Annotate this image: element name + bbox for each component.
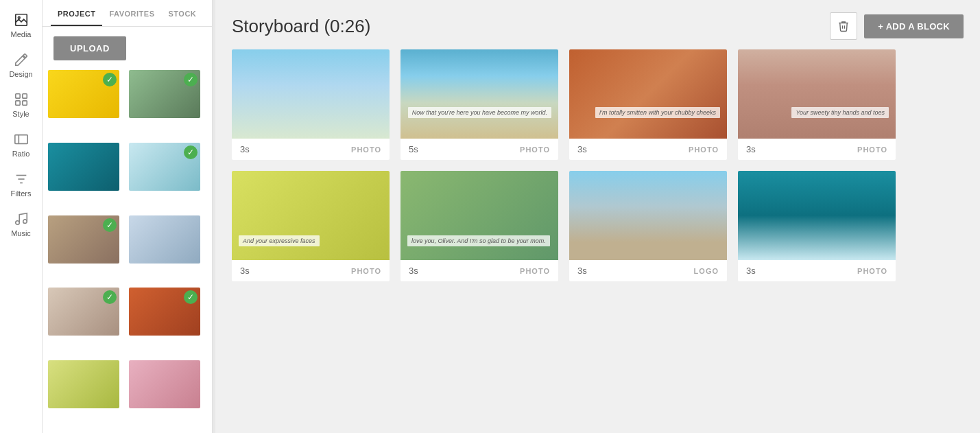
story-type-1: PHOTO [351,145,381,154]
story-overlay-6: love you, Oliver. And I'm so glad to be … [407,235,550,246]
story-block-8[interactable]: 3s PHOTO [738,171,896,281]
list-item[interactable]: ✓ [129,70,200,118]
story-info-7: 3s LOGO [569,260,727,281]
upload-area: UPLOAD [43,27,212,67]
story-duration-6: 3s [409,266,418,276]
list-item[interactable] [129,215,200,264]
left-panel-tabs: PROJECT FAVORITES STOCK [43,0,212,27]
left-panel: PROJECT FAVORITES STOCK UPLOAD ✓ ✓ ✓ ✓ ✓… [43,0,213,433]
story-overlay-3: I'm totally smitten with your chubby che… [595,107,720,118]
story-duration-8: 3s [746,266,756,276]
story-image-6: love you, Oliver. And I'm so glad to be … [401,171,558,260]
list-item[interactable]: ✓ [48,70,119,118]
story-info-2: 5s PHOTO [401,139,558,160]
page-title: Storyboard (0:26) [232,16,370,37]
style-label: Style [12,110,29,118]
sidebar-item-media[interactable]: Media [0,5,42,45]
story-block-1[interactable]: 3s PHOTO [232,49,390,160]
svg-rect-4 [15,101,19,105]
selected-check: ✓ [103,290,117,304]
list-item[interactable]: ✓ [48,288,119,336]
story-block-6[interactable]: love you, Oliver. And I'm so glad to be … [401,171,558,281]
story-type-4: PHOTO [857,145,887,154]
media-grid: ✓ ✓ ✓ ✓ ✓ ✓ [43,67,212,433]
svg-rect-5 [22,101,26,105]
story-image-1 [232,49,390,139]
image-icon [14,12,29,27]
sidebar-item-ratio[interactable]: Ratio [0,125,42,165]
sidebar-item-music[interactable]: Music [0,204,42,244]
design-icon [14,52,29,67]
sidebar-item-design[interactable]: Design [0,45,42,85]
add-block-button[interactable]: + ADD A BLOCK [864,14,964,38]
story-duration-3: 3s [577,144,587,154]
story-block-3[interactable]: I'm totally smitten with your chubby che… [569,49,727,160]
story-image-4: Your sweety tiny hands and toes [738,49,896,139]
story-block-2[interactable]: Now that you're here you have become my … [401,49,558,160]
storyboard-row: 3s PHOTO Now that you're here you have b… [232,49,964,160]
selected-check: ✓ [103,218,117,232]
story-info-3: 3s PHOTO [569,139,727,160]
upload-button[interactable]: UPLOAD [53,36,126,60]
story-overlay-5: And your expressive faces [239,235,320,246]
list-item[interactable] [48,143,119,191]
svg-rect-3 [22,94,26,98]
story-type-8: PHOTO [857,267,887,275]
story-type-2: PHOTO [520,145,550,154]
design-label: Design [9,70,32,78]
svg-point-12 [23,220,27,224]
svg-point-1 [18,16,20,19]
story-duration-2: 5s [409,144,418,154]
filters-icon [14,172,29,187]
media-label: Media [11,30,32,38]
svg-rect-6 [14,135,27,144]
delete-button[interactable] [830,12,857,40]
main-content: Storyboard (0:26) + ADD A BLOCK 3s PHOTO [215,0,980,433]
svg-rect-2 [15,94,19,98]
story-image-3: I'm totally smitten with your chubby che… [569,49,727,139]
story-duration-7: 3s [577,266,587,276]
trash-icon [837,20,850,32]
story-image-2: Now that you're here you have become my … [401,49,558,139]
story-duration-1: 3s [240,144,250,154]
story-duration-5: 3s [240,266,250,276]
list-item[interactable] [129,360,200,408]
music-label: Music [11,229,31,237]
story-type-6: PHOTO [520,267,550,275]
list-item[interactable]: ✓ [129,143,200,191]
sidebar-item-filters[interactable]: Filters [0,165,42,204]
selected-check: ✓ [184,145,198,159]
tab-favorites[interactable]: FAVORITES [102,0,161,26]
svg-point-11 [15,221,19,225]
music-icon [14,211,29,226]
story-info-4: 3s PHOTO [738,139,896,160]
sidebar-item-style[interactable]: Style [0,85,42,125]
story-block-7[interactable]: 3s LOGO [569,171,727,281]
list-item[interactable] [48,360,119,408]
story-info-8: 3s PHOTO [738,260,896,281]
story-info-1: 3s PHOTO [232,139,390,160]
selected-check: ✓ [184,73,198,86]
storyboard: 3s PHOTO Now that you're here you have b… [215,49,980,433]
header-actions: + ADD A BLOCK [830,12,964,40]
story-info-6: 3s PHOTO [401,260,558,281]
story-block-5[interactable]: And your expressive faces 3s PHOTO [232,171,390,281]
story-image-7 [569,171,727,260]
story-block-4[interactable]: Your sweety tiny hands and toes 3s PHOTO [738,49,896,160]
story-image-8 [738,171,896,260]
story-type-5: PHOTO [351,267,381,275]
ratio-label: Ratio [12,150,30,158]
svg-rect-0 [15,14,27,26]
selected-check: ✓ [103,73,117,86]
filters-label: Filters [11,189,32,198]
tab-project[interactable]: PROJECT [51,0,102,26]
story-overlay-2: Now that you're here you have become my … [408,107,551,118]
storyboard-row-2: And your expressive faces 3s PHOTO love … [232,171,964,281]
story-info-5: 3s PHOTO [232,260,390,281]
list-item[interactable]: ✓ [129,288,200,336]
list-item[interactable]: ✓ [48,215,119,264]
story-type-7: LOGO [694,267,719,275]
tab-stock[interactable]: STOCK [162,0,204,26]
story-duration-4: 3s [746,144,756,154]
selected-check: ✓ [184,290,198,304]
